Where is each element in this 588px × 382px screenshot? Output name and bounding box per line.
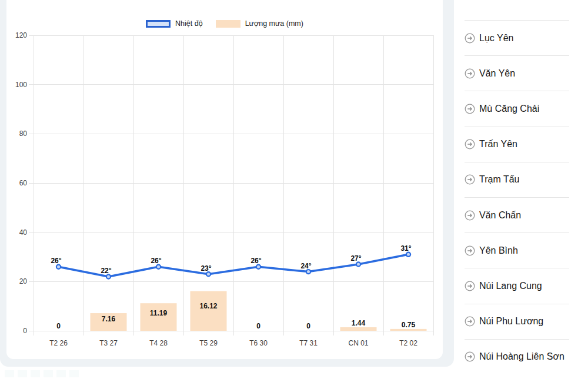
rainfall-bar xyxy=(191,291,227,331)
weather-chart-panel: Nhiệt độ Lượng mưa (mm) 020406080100120T… xyxy=(0,0,454,367)
sidebar-item-label: Núi Lang Cung xyxy=(479,281,542,291)
legend-item-rainfall[interactable]: Lượng mưa (mm) xyxy=(216,19,303,28)
sidebar-item[interactable]: Núi Hoàng Liên Sơn xyxy=(465,339,569,374)
location-list: Lục YênVăn YênMù Căng ChảiTrấn YênTrạm T… xyxy=(465,20,569,374)
arrow-circle-icon xyxy=(465,210,475,221)
sidebar-item-label: Văn Yên xyxy=(479,68,515,79)
x-axis-label: T2 26 xyxy=(49,339,68,347)
rainfall-legend-label: Lượng mưa (mm) xyxy=(245,19,303,28)
temperature-value-label: 23° xyxy=(201,264,211,273)
rainfall-value-label: 0.75 xyxy=(402,321,416,329)
y-axis-label: 80 xyxy=(19,129,28,138)
rainfall-value-label: 11.19 xyxy=(150,309,168,317)
y-axis-label: 100 xyxy=(15,81,27,89)
footer-decor-squares xyxy=(5,370,79,377)
sidebar-item[interactable]: Trạm Tấu xyxy=(465,162,569,197)
arrow-circle-icon xyxy=(465,245,475,256)
rainfall-value-label: 0 xyxy=(306,322,310,330)
y-axis-label: 120 xyxy=(15,31,27,39)
temperature-value-label: 27° xyxy=(350,254,361,263)
temperature-point xyxy=(406,253,410,257)
rainfall-value-label: 0 xyxy=(256,322,260,330)
y-axis-label: 20 xyxy=(19,277,28,285)
temperature-value-label: 26° xyxy=(250,257,261,265)
location-sidebar: Lục YênVăn YênMù Căng ChảiTrấn YênTrạm T… xyxy=(456,0,588,382)
legend-item-temperature[interactable]: Nhiệt độ xyxy=(146,19,203,28)
sidebar-item-label: Văn Chấn xyxy=(479,210,521,221)
decor-square xyxy=(44,370,53,377)
temperature-point xyxy=(256,265,260,269)
temperature-legend-swatch xyxy=(146,20,171,28)
temperature-point xyxy=(56,265,61,269)
sidebar-item[interactable]: Núi Lang Cung xyxy=(465,268,569,303)
sidebar-item-label: Lục Yên xyxy=(479,33,513,44)
chart-card: Nhiệt độ Lượng mưa (mm) 020406080100120T… xyxy=(6,0,443,359)
rainfall-value-label: 7.16 xyxy=(102,315,116,323)
chart-legend: Nhiệt độ Lượng mưa (mm) xyxy=(6,19,443,28)
arrow-circle-icon xyxy=(465,33,475,44)
sidebar-item-label: Mù Căng Chải xyxy=(479,104,539,114)
sidebar-item[interactable]: Văn Yên xyxy=(465,55,569,91)
arrow-circle-icon xyxy=(465,174,475,185)
temperature-point xyxy=(156,265,161,269)
decor-square xyxy=(69,370,79,377)
temperature-value-label: 26° xyxy=(51,257,61,265)
temperature-point xyxy=(356,262,360,266)
arrow-circle-icon xyxy=(465,68,475,79)
arrow-circle-icon xyxy=(465,351,475,362)
temperature-value-label: 26° xyxy=(151,257,161,265)
sidebar-item[interactable]: Trấn Yên xyxy=(465,127,569,162)
x-axis-label: T7 31 xyxy=(299,339,318,347)
x-axis-label: CN 01 xyxy=(348,339,368,347)
arrow-circle-icon xyxy=(465,104,475,114)
rainfall-value-label: 0 xyxy=(56,322,61,330)
x-axis-label: T5 29 xyxy=(199,339,218,347)
temperature-point xyxy=(206,272,211,276)
arrow-circle-icon xyxy=(465,139,475,150)
arrow-circle-icon xyxy=(465,316,475,327)
sidebar-item[interactable]: Văn Chấn xyxy=(465,197,569,232)
temperature-value-label: 24° xyxy=(300,262,311,270)
decor-square xyxy=(56,370,66,377)
x-axis-label: T6 30 xyxy=(249,339,268,347)
rainfall-bar xyxy=(390,329,427,331)
sidebar-item[interactable]: Mù Căng Chải xyxy=(465,91,569,126)
sidebar-item-label: Trạm Tấu xyxy=(479,174,519,185)
sidebar-item-label: Núi Hoàng Liên Sơn xyxy=(479,351,564,362)
y-axis-label: 40 xyxy=(19,228,28,237)
temperature-legend-label: Nhiệt độ xyxy=(175,19,203,28)
x-axis-label: T2 02 xyxy=(399,339,417,347)
sidebar-item[interactable]: Lục Yên xyxy=(465,20,569,55)
decor-square xyxy=(5,370,14,377)
rainfall-value-label: 1.44 xyxy=(352,319,366,327)
temperature-point xyxy=(306,270,310,274)
decor-square xyxy=(18,370,27,377)
rainfall-bar xyxy=(340,327,377,331)
x-axis-label: T3 27 xyxy=(99,339,118,347)
weather-chart: 020406080100120T2 26T3 27T4 28T5 29T6 30… xyxy=(6,0,443,359)
sidebar-item-label: Trấn Yên xyxy=(479,139,517,150)
sidebar-item-label: Núi Phu Lương xyxy=(479,316,543,327)
sidebar-item[interactable]: Yên Bình xyxy=(465,232,569,268)
temperature-point xyxy=(106,274,111,278)
sidebar-item-label: Yên Bình xyxy=(479,245,518,256)
rainfall-legend-swatch xyxy=(216,20,240,28)
temperature-value-label: 22° xyxy=(101,267,111,275)
y-axis-label: 60 xyxy=(19,179,28,187)
rainfall-value-label: 16.12 xyxy=(199,302,217,310)
decor-square xyxy=(31,370,40,377)
sidebar-item[interactable]: Núi Phu Lương xyxy=(465,304,569,339)
arrow-circle-icon xyxy=(465,281,475,291)
y-axis-label: 0 xyxy=(23,327,27,335)
temperature-value-label: 31° xyxy=(400,244,411,253)
x-axis-label: T4 28 xyxy=(149,339,168,347)
